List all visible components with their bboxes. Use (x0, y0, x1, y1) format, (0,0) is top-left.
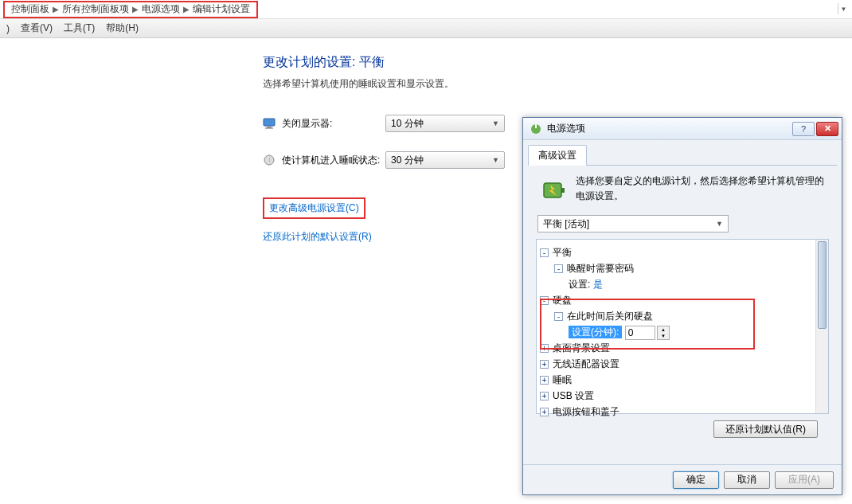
menu-item[interactable]: ) (6, 23, 10, 34)
display-off-dropdown[interactable]: 10 分钟 ▼ (385, 115, 505, 132)
breadcrumb[interactable]: 控制面板 ▶ 所有控制面板项 ▶ 电源选项 ▶ 编辑计划设置 (3, 1, 258, 18)
menu-item-help[interactable]: 帮助(H) (106, 21, 139, 35)
dialog-title: 电源选项 (547, 122, 792, 135)
svg-rect-5 (535, 124, 537, 128)
chevron-down-icon: ▼ (716, 220, 723, 228)
apply-button[interactable]: 应用(A) (775, 471, 834, 489)
expand-icon[interactable]: + (540, 408, 549, 416)
dialog-body: 高级设置 选择您要自定义的电源计划，然后选择您希望计算机管理的电源设置。 平衡 … (523, 140, 842, 419)
breadcrumb-item[interactable]: 电源选项 (139, 2, 183, 16)
breadcrumb-item[interactable]: 编辑计划设置 (190, 2, 253, 16)
collapse-icon[interactable]: - (540, 248, 549, 257)
address-bar: 控制面板 ▶ 所有控制面板项 ▶ 电源选项 ▶ 编辑计划设置 ▼ (0, 0, 852, 19)
plan-dropdown[interactable]: 平衡 [活动] ▼ (537, 215, 729, 232)
tree-content: -平衡 -唤醒时需要密码 设置: 是 -硬盘 -在此时间后关闭硬盘 设置(分钟)… (537, 240, 815, 413)
address-dropdown-button[interactable]: ▼ (838, 3, 849, 14)
menu-bar: ) 查看(V) 工具(T) 帮助(H) (0, 19, 852, 38)
menu-item-tools[interactable]: 工具(T) (64, 21, 95, 35)
dropdown-value: 10 分钟 (391, 117, 424, 131)
tab-advanced[interactable]: 高级设置 (528, 145, 587, 166)
chevron-down-icon: ▼ (492, 119, 499, 127)
expand-icon[interactable]: + (540, 376, 549, 385)
dropdown-value: 30 分钟 (391, 154, 424, 167)
ok-button[interactable]: 确定 (673, 471, 719, 489)
advanced-power-settings-link[interactable]: 更改高级电源设置(C) (269, 202, 359, 213)
close-button[interactable]: ✕ (816, 122, 838, 136)
expand-icon[interactable]: + (540, 392, 549, 400)
dialog-intro: 选择您要自定义的电源计划，然后选择您希望计算机管理的电源设置。 (528, 174, 837, 215)
scrollbar-thumb[interactable] (818, 241, 827, 329)
tree-node-balanced[interactable]: -平衡 (540, 244, 812, 260)
svg-rect-2 (265, 128, 273, 129)
tree-node-wireless[interactable]: +无线适配器设置 (540, 356, 812, 372)
help-button[interactable]: ? (792, 122, 815, 136)
dialog-titlebar[interactable]: 电源选项 ? ✕ (523, 118, 842, 140)
page-title: 更改计划的设置: 平衡 (263, 54, 852, 71)
power-options-dialog: 电源选项 ? ✕ 高级设置 选择您要自定义的电源计划，然后选择您希望计算机管理的… (522, 117, 842, 495)
breadcrumb-item[interactable]: 所有控制面板项 (59, 2, 132, 16)
expand-icon[interactable]: + (540, 360, 549, 369)
tab-strip: 高级设置 (528, 145, 837, 166)
tree-node-sleep[interactable]: +睡眠 (540, 372, 812, 388)
svg-rect-0 (264, 119, 275, 126)
breadcrumb-item[interactable]: 控制面板 (8, 2, 53, 16)
page-subtitle: 选择希望计算机使用的睡眠设置和显示设置。 (263, 77, 852, 91)
display-off-label: 关闭显示器: (282, 117, 385, 131)
cancel-button[interactable]: 取消 (724, 471, 770, 489)
svg-rect-6 (544, 183, 561, 197)
dropdown-value: 平衡 [活动] (543, 217, 589, 231)
chevron-down-icon: ▼ (492, 156, 499, 164)
setting-value-link[interactable]: 是 (593, 279, 603, 290)
restore-plan-defaults-button[interactable]: 还原计划默认值(R) (713, 420, 818, 438)
monitor-icon (263, 117, 276, 130)
settings-tree: -平衡 -唤醒时需要密码 设置: 是 -硬盘 -在此时间后关闭硬盘 设置(分钟)… (536, 239, 829, 414)
highlight-box (540, 299, 755, 350)
tree-node-power-button[interactable]: +电源按钮和盖子 (540, 404, 812, 420)
svg-rect-7 (561, 188, 565, 193)
collapse-icon[interactable]: - (554, 264, 563, 273)
chevron-right-icon: ▶ (183, 5, 190, 14)
moon-icon (263, 154, 276, 166)
chevron-right-icon: ▶ (53, 5, 59, 14)
svg-rect-1 (267, 127, 272, 128)
dialog-intro-text: 选择您要自定义的电源计划，然后选择您希望计算机管理的电源设置。 (576, 174, 827, 205)
highlight-box: 更改高级电源设置(C) (263, 197, 365, 219)
chevron-right-icon: ▶ (132, 5, 139, 14)
tree-node-setting[interactable]: 设置: 是 (569, 276, 812, 292)
sleep-dropdown[interactable]: 30 分钟 ▼ (385, 151, 505, 169)
scrollbar[interactable] (815, 240, 828, 413)
battery-icon (537, 174, 569, 205)
sleep-label: 使计算机进入睡眠状态: (282, 154, 385, 167)
power-plug-icon (530, 123, 542, 135)
tree-node-usb[interactable]: +USB 设置 (540, 388, 812, 404)
tree-node-wake-password[interactable]: -唤醒时需要密码 (554, 260, 812, 276)
menu-item-view[interactable]: 查看(V) (21, 21, 53, 35)
titlebar-buttons: ? ✕ (792, 122, 838, 136)
dialog-footer: 确定 取消 应用(A) (523, 464, 842, 494)
